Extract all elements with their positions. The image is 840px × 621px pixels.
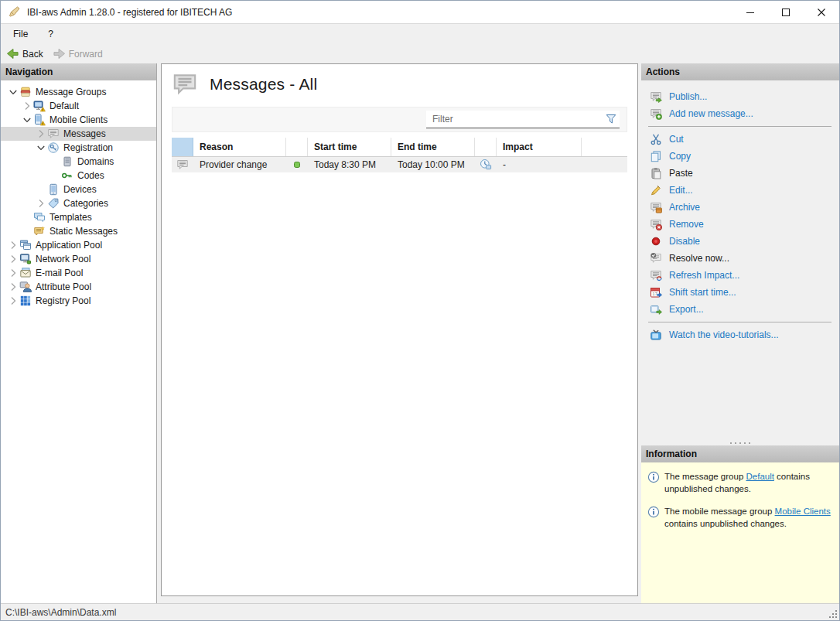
tree-item-mobile-clients[interactable]: Mobile Clients bbox=[1, 113, 156, 127]
action-export[interactable]: Export... bbox=[641, 301, 839, 318]
column-header-icon[interactable] bbox=[172, 138, 193, 156]
tree-item-templates[interactable]: Templates bbox=[1, 210, 156, 224]
menu-item-file[interactable]: File bbox=[13, 29, 28, 39]
group-default-icon bbox=[33, 100, 46, 112]
info-item-1: The message group Default contains unpub… bbox=[647, 470, 835, 495]
tree-item-registry-pool[interactable]: Registry Pool bbox=[1, 294, 156, 308]
window-title: IBI-aws Admin 1.28.0 - registered for IB… bbox=[27, 7, 232, 18]
column-header-end-time[interactable]: End time bbox=[391, 138, 475, 156]
tree-item-categories[interactable]: Categories bbox=[1, 196, 156, 210]
archive-icon bbox=[649, 201, 662, 214]
action-watch-the-video-tutorials[interactable]: Watch the video-tutorials... bbox=[641, 326, 839, 343]
tree-item-messages[interactable]: Messages bbox=[1, 127, 156, 141]
minimize-button[interactable] bbox=[732, 1, 768, 23]
action-edit[interactable]: Edit... bbox=[641, 182, 839, 199]
action-label: Copy bbox=[669, 151, 691, 162]
chevron-expanded-icon[interactable] bbox=[21, 114, 33, 126]
action-publish[interactable]: Publish... bbox=[641, 88, 839, 105]
tree-item-label: Message Groups bbox=[36, 87, 106, 97]
filter-bar bbox=[172, 107, 627, 132]
tree-item-label: Codes bbox=[77, 170, 104, 181]
filter-input[interactable] bbox=[426, 114, 603, 125]
panel-splitter-grip[interactable] bbox=[641, 440, 839, 445]
column-header-spacer[interactable] bbox=[582, 138, 627, 156]
impact-clock-icon bbox=[475, 157, 497, 172]
export-icon bbox=[649, 303, 662, 316]
column-header-spacer[interactable] bbox=[286, 138, 308, 156]
tree-item-e-mail-pool[interactable]: E-mail Pool bbox=[1, 266, 156, 280]
chevron-collapsed-icon[interactable] bbox=[7, 253, 19, 265]
close-button[interactable] bbox=[804, 1, 839, 23]
info-text: The mobile message group Mobile Clients … bbox=[664, 505, 835, 530]
message-groups-icon bbox=[19, 86, 32, 98]
column-header-reason[interactable]: Reason bbox=[193, 138, 286, 156]
messages-icon bbox=[47, 128, 60, 140]
info-text-part: contains unpublished changes. bbox=[664, 519, 787, 528]
chevron-collapsed-icon[interactable] bbox=[35, 197, 47, 210]
column-header-spacer[interactable] bbox=[475, 138, 497, 156]
resize-grip[interactable] bbox=[828, 609, 838, 619]
right-panel: Actions Publish... Add new message... Cu… bbox=[641, 63, 839, 603]
chevron-expanded-icon[interactable] bbox=[7, 86, 19, 98]
static-messages-icon bbox=[33, 225, 46, 237]
action-shift-start-time[interactable]: 17 Shift start time... bbox=[641, 284, 839, 301]
tree-item-label: Network Pool bbox=[36, 254, 90, 264]
info-link-default[interactable]: Default bbox=[746, 472, 773, 481]
publish-icon bbox=[649, 90, 662, 104]
navigation-panel: Navigation Message Groups Default Mobile… bbox=[1, 63, 157, 603]
action-refresh-impact[interactable]: Refresh Impact... bbox=[641, 267, 839, 284]
copy-icon bbox=[649, 150, 662, 163]
chevron-expanded-icon[interactable] bbox=[35, 142, 47, 154]
devices-icon bbox=[47, 183, 60, 196]
tree-item-domains[interactable]: Domains bbox=[1, 155, 156, 169]
action-paste[interactable]: Paste bbox=[641, 165, 839, 182]
table-row-provider-change[interactable]: Provider changeToday 8:30 PMToday 10:00 … bbox=[172, 157, 627, 172]
tree-item-label: E-mail Pool bbox=[36, 268, 83, 278]
tree-item-registration[interactable]: Registration bbox=[1, 141, 156, 155]
tree-item-codes[interactable]: Codes bbox=[1, 169, 156, 183]
action-copy[interactable]: Copy bbox=[641, 148, 839, 165]
tree-item-network-pool[interactable]: Network Pool bbox=[1, 252, 156, 266]
status-bar: C:\IBI-aws\Admin\Data.xml bbox=[1, 603, 839, 620]
messages-title-icon bbox=[172, 71, 198, 97]
action-add-new-message[interactable]: Add new message... bbox=[641, 105, 839, 122]
action-remove[interactable]: Remove bbox=[641, 216, 839, 233]
action-disable[interactable]: Disable bbox=[641, 233, 839, 250]
filter-funnel-icon[interactable] bbox=[603, 113, 620, 125]
action-label: Disable bbox=[669, 236, 700, 247]
toolbar: Back Forward bbox=[1, 44, 839, 63]
action-label: Paste bbox=[669, 168, 693, 179]
chevron-collapsed-icon[interactable] bbox=[21, 100, 33, 112]
chevron-collapsed-icon[interactable] bbox=[7, 295, 19, 307]
actions-separator bbox=[648, 126, 831, 127]
tree-item-devices[interactable]: Devices bbox=[1, 183, 156, 196]
column-header-start-time[interactable]: Start time bbox=[308, 138, 391, 156]
tree-item-default[interactable]: Default bbox=[1, 99, 156, 113]
main-area: Navigation Message Groups Default Mobile… bbox=[1, 63, 839, 603]
maximize-button[interactable] bbox=[768, 1, 804, 23]
action-resolve-now[interactable]: Resolve now... bbox=[641, 250, 839, 267]
back-arrow-icon bbox=[6, 48, 19, 60]
resolve-icon bbox=[649, 252, 662, 265]
window-controls bbox=[732, 1, 839, 23]
action-archive[interactable]: Archive bbox=[641, 199, 839, 216]
email-pool-icon bbox=[19, 267, 32, 279]
chevron-collapsed-icon[interactable] bbox=[7, 267, 19, 279]
menu-item-[interactable]: ? bbox=[48, 29, 53, 39]
forward-button[interactable]: Forward bbox=[53, 48, 103, 60]
tree-spacer bbox=[35, 183, 47, 196]
tree-item-static-messages[interactable]: Static Messages bbox=[1, 224, 156, 238]
info-link-mobile-clients[interactable]: Mobile Clients bbox=[775, 507, 831, 516]
tree-item-attribute-pool[interactable]: Attribute Pool bbox=[1, 280, 156, 294]
title-bar: IBI-aws Admin 1.28.0 - registered for IB… bbox=[1, 1, 839, 24]
chevron-collapsed-icon[interactable] bbox=[35, 128, 47, 140]
column-header-impact[interactable]: Impact bbox=[497, 138, 582, 156]
tree-item-application-pool[interactable]: Application Pool bbox=[1, 238, 156, 252]
chevron-collapsed-icon[interactable] bbox=[7, 239, 19, 251]
back-button[interactable]: Back bbox=[6, 48, 43, 60]
action-cut[interactable]: Cut bbox=[641, 131, 839, 148]
menu-bar: File? bbox=[1, 24, 839, 44]
chevron-collapsed-icon[interactable] bbox=[7, 281, 19, 293]
status-file-path: C:\IBI-aws\Admin\Data.xml bbox=[5, 607, 116, 618]
tree-item-message-groups[interactable]: Message Groups bbox=[1, 85, 156, 99]
